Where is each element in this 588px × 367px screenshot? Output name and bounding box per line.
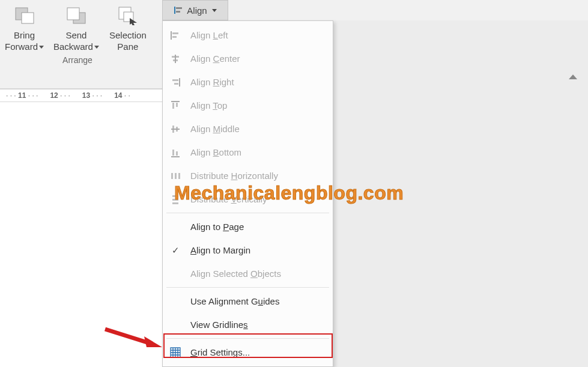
selection-pane-button[interactable]: Selection Pane xyxy=(104,2,152,54)
align-dropdown-menu: Align LeftAlign CenterAlign RightAlign T… xyxy=(162,20,333,367)
menu-item-icon-empty xyxy=(169,318,182,332)
menu-item-align-left: Align Left xyxy=(164,23,332,47)
svg-rect-13 xyxy=(172,56,179,58)
menu-item-align-right: Align Right xyxy=(164,70,332,94)
selection-pane-label: Selection Pane xyxy=(109,30,147,53)
svg-rect-14 xyxy=(173,59,178,61)
svg-rect-1 xyxy=(22,13,34,23)
ruler-mark: 12 · · · xyxy=(50,91,70,100)
svg-rect-7 xyxy=(176,7,182,9)
svg-rect-29 xyxy=(178,173,180,179)
menu-item-label: Align Right xyxy=(190,77,326,87)
distribute-v-icon xyxy=(169,193,182,206)
menu-item-icon-empty xyxy=(169,220,182,234)
menu-item-align-middle: Align Middle xyxy=(164,117,332,141)
send-backward-label: Send Backward xyxy=(53,30,93,52)
menu-item-align-selected-objects: Align Selected Objects xyxy=(164,262,332,285)
menu-item-label: Align Center xyxy=(190,53,326,64)
menu-item-label: Align Middle xyxy=(190,124,326,134)
svg-rect-19 xyxy=(172,103,174,109)
selection-pane-icon xyxy=(117,5,139,26)
menu-item-use-alignment-guides[interactable]: Use Alignment Guides xyxy=(164,290,332,313)
document-area xyxy=(0,102,162,367)
svg-rect-26 xyxy=(176,151,178,156)
grid-icon xyxy=(169,346,182,359)
align-left-icon xyxy=(169,29,182,42)
distribute-h-icon xyxy=(169,169,182,183)
svg-rect-17 xyxy=(174,83,178,85)
send-backward-button[interactable]: Send Backward xyxy=(49,2,104,54)
menu-item-icon-empty xyxy=(169,295,182,308)
svg-rect-16 xyxy=(172,79,178,81)
chevron-down-icon xyxy=(94,46,99,49)
svg-rect-20 xyxy=(176,103,178,107)
svg-rect-32 xyxy=(172,202,178,204)
svg-rect-8 xyxy=(176,11,180,13)
menu-item-icon-empty xyxy=(169,267,182,281)
menu-item-distribute-vertically: Distribute Vertically xyxy=(164,187,332,211)
menu-item-label: Grid Settings... xyxy=(190,347,326,357)
align-center-icon xyxy=(169,52,182,65)
align-icon xyxy=(174,5,183,15)
svg-rect-31 xyxy=(172,199,178,201)
svg-rect-30 xyxy=(172,195,178,197)
svg-rect-27 xyxy=(171,173,173,179)
align-button-label: Align xyxy=(187,5,207,16)
menu-item-align-center: Align Center xyxy=(164,47,332,70)
menu-item-distribute-horizontally: Distribute Horizontally xyxy=(164,164,332,187)
check xyxy=(169,244,182,257)
svg-rect-3 xyxy=(67,8,79,20)
ribbon-group-label: Arrange xyxy=(0,55,155,65)
menu-item-grid-settings[interactable]: Grid Settings... xyxy=(164,341,332,364)
menu-item-label: Align to Margin xyxy=(190,245,326,255)
menu-item-view-gridlines[interactable]: View Gridlines xyxy=(164,313,332,336)
menu-item-align-bottom: Align Bottom xyxy=(164,141,332,164)
bring-forward-button[interactable]: Bring Forward xyxy=(0,2,49,54)
menu-item-label: Use Alignment Guides xyxy=(190,296,326,306)
ruler-mark: 13 · · · xyxy=(82,91,102,100)
chevron-down-icon xyxy=(212,9,217,12)
menu-item-label: Distribute Horizontally xyxy=(190,171,326,181)
ruler-mark: · · · 11 · · · xyxy=(6,91,38,100)
horizontal-ruler: · · · 11 · · · 12 · · · 13 · · · 14 · · xyxy=(0,89,162,102)
menu-item-label: Align Selected Objects xyxy=(190,268,326,279)
svg-rect-11 xyxy=(172,36,177,38)
chevron-down-icon xyxy=(39,46,44,49)
align-middle-icon xyxy=(169,123,182,136)
svg-rect-10 xyxy=(172,32,178,34)
send-backward-icon xyxy=(65,5,87,26)
menu-item-label: Align Left xyxy=(190,30,326,40)
menu-item-label: Align Top xyxy=(190,100,326,111)
menu-separator xyxy=(166,287,329,288)
menu-item-align-top: Align Top xyxy=(164,94,332,117)
align-dropdown-button[interactable]: Align xyxy=(162,0,228,20)
menu-separator xyxy=(166,338,329,339)
svg-rect-25 xyxy=(172,150,174,156)
menu-item-label: View Gridlines xyxy=(190,320,326,330)
align-bottom-icon xyxy=(169,146,182,159)
bring-forward-icon xyxy=(14,5,35,26)
menu-item-label: Distribute Vertically xyxy=(190,194,326,204)
align-top-icon xyxy=(169,99,182,112)
ruler-mark: 14 · · xyxy=(114,91,130,100)
collapse-ribbon-icon[interactable] xyxy=(569,74,577,79)
svg-rect-23 xyxy=(176,127,178,132)
menu-item-label: Align Bottom xyxy=(190,147,326,157)
menu-item-align-to-margin[interactable]: Align to Margin xyxy=(164,238,332,262)
menu-separator xyxy=(166,213,329,213)
menu-item-label: Align to Page xyxy=(190,222,326,232)
svg-rect-22 xyxy=(172,126,174,133)
bring-forward-label: Bring Forward xyxy=(5,30,38,52)
svg-rect-28 xyxy=(175,173,177,179)
align-right-icon xyxy=(169,76,182,89)
menu-item-align-to-page[interactable]: Align to Page xyxy=(164,215,332,238)
